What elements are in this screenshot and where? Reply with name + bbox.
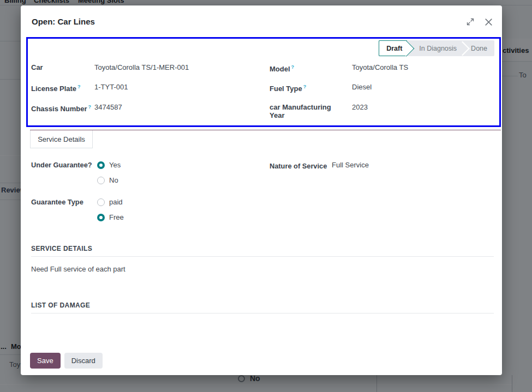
expand-icon[interactable]	[465, 17, 475, 27]
label-text: Fuel Type	[270, 85, 302, 93]
close-icon[interactable]	[483, 17, 493, 27]
radio-option-label: Free	[109, 213, 124, 221]
nature-of-service-value[interactable]: Full Service	[332, 161, 369, 170]
statusbar-step-label: In Diagnosis	[419, 45, 457, 52]
manufacturing-year-field-value[interactable]: 2023	[352, 103, 492, 111]
license-plate-field-value[interactable]: 1-TYT-001	[94, 83, 270, 91]
modal-footer: Save Discard	[30, 353, 103, 369]
radio-option-label: Yes	[109, 161, 121, 169]
list-of-damage-section: LIST OF DAMAGE	[31, 301, 494, 330]
nature-of-service-field: Nature of Service Full Service	[270, 161, 369, 170]
fuel-type-field-label: Fuel Type?	[270, 83, 352, 93]
model-field-value[interactable]: Toyota/Corolla TS	[352, 63, 492, 71]
radio-option-paid[interactable]: paid	[97, 197, 124, 207]
form-header-highlight: Draft In Diagnosis Done Car Toyota/Corol…	[26, 37, 501, 127]
help-icon: ?	[303, 84, 307, 89]
notebook-tabs: Service Details	[30, 130, 501, 149]
label-text: car Manufacturing Year	[270, 103, 336, 119]
radio-unselected-icon[interactable]	[97, 177, 105, 184]
nature-of-service-label: Nature of Service	[270, 161, 332, 170]
guarantee-type-label: Guarantee Type	[31, 197, 97, 222]
radio-selected-icon[interactable]	[97, 214, 105, 221]
model-field-label: Model?	[270, 63, 352, 73]
guarantee-type-options: paid Free	[97, 197, 124, 222]
radio-option-yes[interactable]: Yes	[97, 160, 121, 170]
guarantee-type-field: Guarantee Type paid Free	[31, 197, 124, 222]
chassis-number-field-label: Chassis Number?	[31, 103, 94, 113]
screen: Billing Checklists Meeting Slots Review …	[0, 0, 532, 392]
statusbar-step-done[interactable]: Done	[464, 40, 494, 56]
tab-service-details[interactable]: Service Details	[30, 130, 93, 148]
service-details-text[interactable]: Need Full service of each part	[31, 265, 494, 274]
label-text: Chassis Number	[31, 105, 87, 113]
label-text: License Plate	[31, 85, 76, 93]
radio-option-label: paid	[109, 198, 123, 206]
statusbar-step-label: Draft	[386, 45, 402, 52]
modal-title: Open: Car Lines	[32, 17, 95, 26]
chassis-number-field-value[interactable]: 3474587	[94, 103, 270, 111]
license-plate-field-label: License Plate?	[31, 83, 94, 93]
car-field-value[interactable]: Toyota/Corolla TS/1-MER-001	[94, 63, 270, 71]
radio-option-label: No	[109, 176, 118, 184]
manufacturing-year-field-label: car Manufacturing Year	[270, 103, 352, 119]
fuel-type-field-value[interactable]: Diesel	[352, 83, 492, 91]
statusbar-step-label: Done	[471, 45, 487, 52]
save-button[interactable]: Save	[30, 353, 61, 369]
modal-window-controls	[465, 17, 493, 27]
under-guarantee-field: Under Guarantee? Yes No	[31, 160, 121, 185]
radio-unselected-icon[interactable]	[97, 198, 105, 206]
list-of-damage-text[interactable]	[31, 322, 494, 330]
under-guarantee-options: Yes No	[97, 160, 121, 185]
list-of-damage-heading: LIST OF DAMAGE	[31, 301, 494, 313]
help-icon: ?	[291, 64, 295, 70]
radio-option-free[interactable]: Free	[97, 212, 124, 222]
service-details-heading: SERVICE DETAILS	[31, 245, 494, 257]
radio-option-no[interactable]: No	[97, 175, 121, 185]
help-icon: ?	[88, 104, 92, 110]
car-lines-modal: Open: Car Lines Draft	[21, 5, 502, 375]
statusbar: Draft In Diagnosis Done	[379, 40, 494, 56]
under-guarantee-label: Under Guarantee?	[31, 160, 97, 185]
car-field-label: Car	[31, 63, 94, 71]
radio-selected-icon[interactable]	[97, 161, 105, 169]
help-icon: ?	[77, 84, 81, 89]
label-text: Model	[270, 65, 290, 73]
discard-button[interactable]: Discard	[64, 353, 103, 369]
form-fields-grid: Car Toyota/Corolla TS/1-MER-001 Model? T…	[31, 63, 492, 119]
service-details-section: SERVICE DETAILS Need Full service of eac…	[31, 245, 494, 274]
statusbar-step-draft[interactable]: Draft	[379, 40, 407, 56]
statusbar-step-in-diagnosis[interactable]: In Diagnosis	[407, 40, 464, 56]
